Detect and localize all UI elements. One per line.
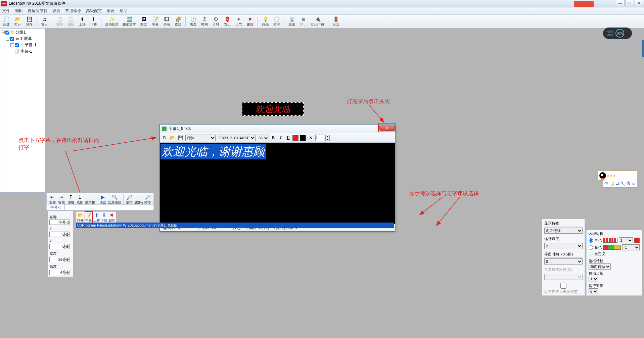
tool-打开[interactable]: 📂打开 — [77, 212, 84, 223]
tool-最大化[interactable]: ⛶最大化 — [85, 194, 95, 205]
tool-霓虹[interactable]: 🌈霓虹 — [173, 16, 183, 27]
spin-up[interactable]: ▲ — [325, 135, 330, 138]
border-single-radio[interactable] — [589, 238, 593, 243]
border-single-select[interactable]: 1 — [619, 237, 633, 243]
save-state-checkbox[interactable] — [544, 283, 583, 289]
tool-天气[interactable]: ☀天气 — [234, 16, 244, 27]
tool-下移[interactable]: ⬇下移 — [101, 212, 108, 223]
tool-校时[interactable]: 🕒校时 — [272, 16, 282, 27]
ime-status[interactable]: 中 🌙 ⇄ 🔧 ⏻ ☺ — [603, 180, 637, 188]
tree-screen-row[interactable]: − 🖥 1-屏幕 — [1, 36, 44, 42]
size-select[interactable]: 36 — [257, 135, 269, 141]
border-color-select[interactable]: -1 — [622, 244, 640, 250]
tool-打开[interactable]: 📂打开 — [13, 16, 23, 27]
stay-select[interactable]: 0 — [544, 258, 583, 264]
save-state-row[interactable]: 以下设置为当前状态 — [544, 282, 583, 294]
y-field[interactable] — [49, 244, 65, 249]
dialog-title-bar[interactable]: 字幕1_9.txts ✕ — [160, 125, 395, 133]
menu-编辑[interactable]: 编辑 — [15, 8, 23, 14]
tool-叠加文本[interactable]: 🔤叠加文本 — [121, 16, 137, 27]
text-color-swatch[interactable] — [292, 135, 298, 141]
border-color-swatch[interactable] — [634, 238, 640, 243]
spin-up[interactable]: ▲ — [65, 270, 70, 273]
tree-checkbox[interactable] — [10, 37, 14, 41]
tool-图文[interactable]: 🖼图文 — [139, 16, 149, 27]
right-edge-handle[interactable] — [642, 40, 644, 57]
tool-底部[interactable]: ⤓底部 — [76, 194, 84, 205]
subtitle-tab[interactable]: 字幕-1 — [47, 204, 65, 210]
tree-group-row[interactable]: − 📁 分组1 — [1, 29, 44, 36]
spin-up[interactable]: ▲ — [65, 257, 70, 259]
tool-表盘[interactable]: 🕐表盘 — [188, 16, 198, 27]
tool-字幕[interactable]: 📝字幕 — [85, 211, 93, 224]
dialog-text-editor[interactable]: 欢迎光临，谢谢惠顾 — [160, 143, 395, 224]
border-step-select[interactable]: 1 — [589, 276, 598, 282]
spacing-input[interactable] — [315, 135, 324, 141]
effect-select[interactable]: 向左连移 — [544, 228, 583, 234]
tool-发送[interactable]: 📡发送 — [287, 16, 297, 27]
tool-动画[interactable]: 🎞动画 — [162, 16, 172, 27]
tool-节目[interactable]: 🗂节目 — [39, 16, 49, 27]
tool-上移[interactable]: ⬆上移 — [93, 212, 100, 223]
tree-checkbox[interactable] — [15, 43, 19, 47]
x-field[interactable] — [49, 232, 65, 237]
collapse-icon[interactable]: − — [10, 43, 14, 47]
collapse-icon[interactable]: − — [6, 37, 9, 41]
tool-退出[interactable]: 🚪退出 — [331, 16, 341, 27]
project-tree[interactable]: − 📁 分组1 − 🖥 1-屏幕 − 📄 节目-1 📝 字幕-1 — [0, 28, 45, 193]
tool-新建[interactable]: 📄新建 — [1, 16, 11, 27]
bg-color-swatch[interactable] — [300, 135, 306, 141]
tool-农历[interactable]: 🏮农历 — [222, 16, 232, 27]
maximize-button[interactable]: ☐ — [625, 0, 634, 6]
tool-顶端[interactable]: ⤒顶端 — [66, 194, 75, 205]
tool-100%[interactable]: 100% — [134, 195, 143, 204]
spin-up[interactable]: ▲ — [65, 244, 70, 246]
net-speed-widget[interactable]: ↑ 0K/s ↓ 0K/s 70% — [603, 28, 632, 39]
speed-select[interactable]: 2 — [544, 243, 583, 249]
menu-文件[interactable]: 文件 — [2, 8, 10, 14]
led-preview[interactable]: 欢迎光临 — [242, 102, 304, 116]
tool-时间[interactable]: ⏱时间 — [199, 16, 210, 27]
new-file-icon[interactable]: 🗋 — [161, 135, 168, 141]
tree-subtitle-row[interactable]: 📝 字幕-1 — [1, 48, 44, 55]
charset-select[interactable]: GB2312_CHARSET — [217, 135, 256, 141]
tool-左侧[interactable]: ⇤左侧 — [48, 194, 56, 205]
tool-放大[interactable]: 🔎放大 — [125, 194, 134, 205]
border-fx-select[interactable]: 顺向转动 — [589, 263, 611, 270]
tool-调亮[interactable]: 💡调亮 — [260, 16, 270, 27]
tool-计时[interactable]: ⏲计时 — [211, 16, 221, 27]
tool-删除[interactable]: ✖删除 — [245, 16, 255, 27]
tree-program-row[interactable]: − 📄 节目-1 — [1, 42, 44, 48]
minimize-button[interactable]: — — [616, 0, 625, 6]
file-path-row[interactable]: C:\Program Files\LedshowTW 2016\Document… — [76, 223, 394, 228]
ime-widget[interactable]: ● ● ● — [598, 171, 637, 181]
spin-up[interactable]: ▲ — [65, 232, 70, 234]
tool-下移[interactable]: ⬇下移 — [89, 16, 99, 27]
tool-预览[interactable]: ▶预览 — [99, 194, 107, 205]
menu-自适应节目[interactable]: 自适应节目 — [28, 8, 48, 14]
tree-checkbox[interactable] — [5, 31, 9, 35]
bold-button[interactable]: B — [270, 135, 276, 140]
menu-常用命令[interactable]: 常用命令 — [65, 8, 81, 14]
spacing-icon[interactable]: ✕ — [307, 135, 314, 141]
menu-设置[interactable]: 设置 — [52, 8, 60, 14]
open-file-icon[interactable]: 📂 — [169, 135, 176, 141]
tool-字幕[interactable]: 📝字幕 — [150, 16, 160, 27]
tool-信息预览[interactable]: 🔍信息预览 — [108, 194, 122, 205]
tool-缩小[interactable]: 🔎缩小 — [144, 194, 152, 205]
tool-删除[interactable]: ✖删除 — [108, 212, 116, 223]
spin-down[interactable]: ▼ — [325, 138, 330, 141]
spin-down[interactable]: ▼ — [65, 259, 70, 262]
italic-button[interactable]: I — [278, 135, 284, 140]
spin-down[interactable]: ▼ — [65, 273, 70, 275]
collapse-icon[interactable]: − — [1, 31, 5, 34]
tool-右侧[interactable]: ⇥右侧 — [57, 194, 65, 205]
menu-帮助[interactable]: 帮助 — [120, 8, 128, 14]
spin-down[interactable]: ▼ — [65, 234, 70, 237]
underline-button[interactable]: U — [285, 135, 291, 140]
border-speed-select[interactable]: 6 — [589, 288, 598, 294]
spin-down[interactable]: ▼ — [65, 246, 70, 249]
dialog-close-button[interactable]: ✕ — [379, 125, 395, 131]
tool-另存[interactable]: 💾另存 — [24, 16, 34, 27]
name-field[interactable] — [49, 220, 70, 225]
